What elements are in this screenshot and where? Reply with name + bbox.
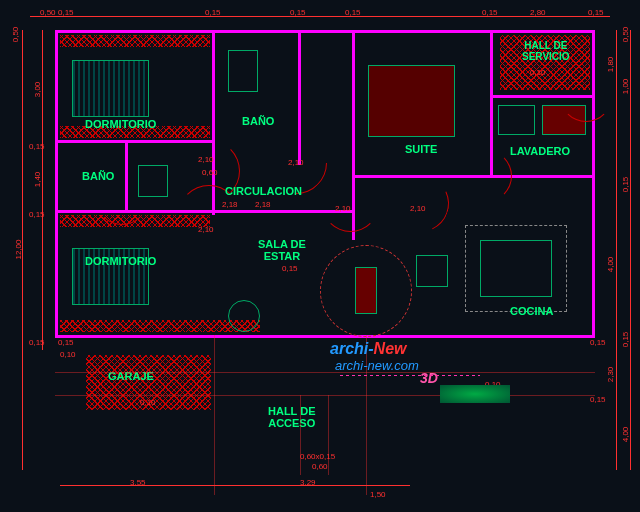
wall (55, 30, 58, 338)
ext-line (55, 372, 595, 373)
dimension-line (630, 30, 631, 470)
wall (55, 335, 595, 338)
dim-label: 0,60 (202, 168, 218, 177)
dimension-line (60, 485, 410, 486)
wall (55, 30, 595, 33)
dim-label: 1,80 (606, 57, 615, 73)
dim-label: 2,10 (198, 225, 214, 234)
dim-label: 0,15 (282, 264, 298, 273)
dim-label: 0,15 (29, 142, 45, 151)
dim-label: 0,15 (588, 8, 604, 17)
dining-chairs-outline (465, 225, 567, 312)
dim-label: 0,15 (29, 338, 45, 347)
room-label: DORMITORIO (85, 255, 156, 267)
dim-label: 0,50 (40, 8, 56, 17)
dim-label: 2,10 (288, 158, 304, 167)
room-label: SUITE (405, 143, 437, 155)
dim-label: 2,18 (222, 200, 238, 209)
dim-label: 4,00 (621, 427, 630, 443)
stove-icon (416, 255, 448, 287)
ext-line (214, 335, 215, 495)
door-arc-icon (560, 70, 612, 122)
watermark-3d: 3D (420, 370, 438, 386)
dim-label: 0,10 (530, 68, 546, 77)
dim-label: 0,50 (11, 27, 20, 43)
dim-label: 0,15 (345, 8, 361, 17)
dim-label: 0,15 (482, 8, 498, 17)
plant-icon (440, 385, 510, 403)
dimension-line (616, 30, 617, 470)
room-label: HALL DE SERVICIO (522, 40, 570, 62)
room-label: BAÑO (242, 115, 274, 127)
ext-line (328, 395, 329, 475)
dim-label: 0,15 (590, 395, 606, 404)
dim-label: 2,10 (198, 155, 214, 164)
dim-label: 1,50 (370, 490, 386, 499)
toilet-icon (228, 50, 258, 92)
dim-label: 3,55 (130, 478, 146, 487)
dim-label: 0,15 (58, 338, 74, 347)
wall (55, 140, 215, 143)
dim-label: 2,80 (530, 8, 546, 17)
room-label: LAVADERO (510, 145, 570, 157)
dim-label: 0,15 (29, 210, 45, 219)
dim-label: 0,10 (140, 398, 156, 407)
dim-label: 0,15 (58, 8, 74, 17)
ext-line (55, 395, 595, 396)
bed-icon (72, 60, 149, 117)
room-label: DORMITORIO (85, 118, 156, 130)
watermark-wave (340, 375, 480, 376)
dim-label: 0,15 (621, 332, 630, 348)
dim-label: 0,15 (290, 8, 306, 17)
hatch (60, 35, 210, 47)
room-label: HALL DE ACCESO (268, 405, 315, 429)
dim-label: 4,00 (606, 257, 615, 273)
dim-label: 2,10 (410, 204, 426, 213)
appliance-icon (498, 105, 535, 135)
room-label: COCINA (510, 305, 553, 317)
dim-label: 3,29 (300, 478, 316, 487)
dimension-line (42, 30, 43, 350)
cad-floorplan: DORMITORIO DORMITORIO BAÑO BAÑO CIRCULAC… (0, 0, 640, 512)
dim-label: 12,00 (14, 239, 23, 259)
dim-label: 2,18 (255, 200, 271, 209)
dim-label: 0,60 (312, 462, 328, 471)
dim-label: 3,00 (33, 82, 42, 98)
sofa-icon (355, 267, 377, 314)
door-arc-icon (460, 150, 512, 202)
watermark-url: archi-new.com (335, 358, 419, 373)
round-table-icon (228, 300, 260, 332)
dim-label: 2,10 (335, 204, 351, 213)
dim-label: 0,15 (590, 338, 606, 347)
watermark-text: archi- (330, 340, 374, 357)
dim-label: 0,10 (60, 350, 76, 359)
bed-suite-icon (368, 65, 455, 137)
dim-label: 0,15 (621, 177, 630, 193)
dim-label: 1,40 (33, 172, 42, 188)
dim-label: 1,00 (621, 79, 630, 95)
dim-label: 0,50 (621, 27, 630, 43)
dim-label: 0,60x0,15 (300, 452, 335, 461)
room-label: BAÑO (82, 170, 114, 182)
watermark-text: New (374, 340, 407, 357)
watermark: archi-New (330, 340, 406, 358)
dim-label: 0,15 (205, 8, 221, 17)
dimension-line (30, 16, 610, 17)
ext-line (300, 395, 301, 475)
dim-label: 2,30 (606, 367, 615, 383)
room-label: CIRCULACION (225, 185, 302, 197)
room-label: SALA DE ESTAR (258, 238, 306, 262)
